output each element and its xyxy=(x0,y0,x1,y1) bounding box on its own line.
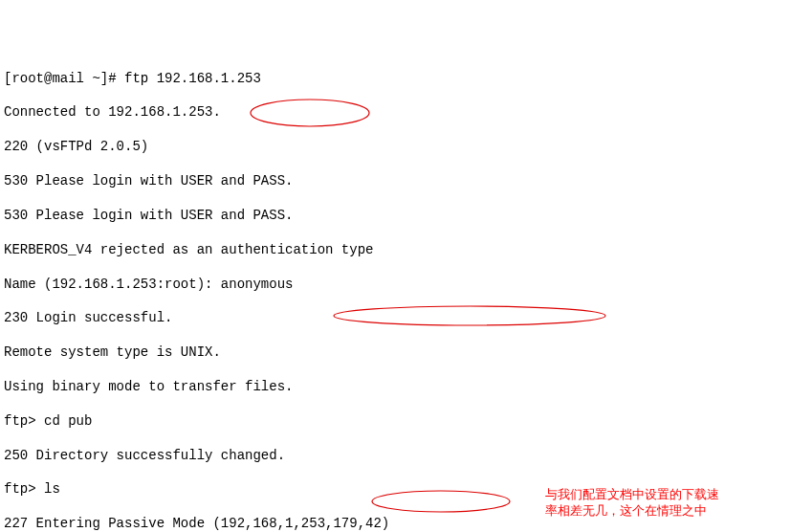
term-line: 230 Login successful. xyxy=(4,310,808,327)
annotation-note-line: 率相差无几，这个在情理之中 xyxy=(545,503,756,520)
term-line: Using binary mode to transfer files. xyxy=(4,379,808,396)
term-line: Remote system type is UNIX. xyxy=(4,344,808,362)
term-line: 530 Please login with USER and PASS. xyxy=(4,208,808,225)
term-line: ftp> cd pub xyxy=(4,413,808,431)
annotation-note: 与我们配置文档中设置的下载速 率相差无几，这个在情理之中 xyxy=(545,487,756,520)
annotation-note-line: 与我们配置文档中设置的下载速 xyxy=(545,487,756,503)
term-line: Connected to 192.168.1.253. xyxy=(4,104,808,122)
term-line: KERBEROS_V4 rejected as an authenticatio… xyxy=(4,242,808,259)
term-line: 530 Please login with USER and PASS. xyxy=(4,173,808,190)
term-line: [root@mail ~]# ftp 192.168.1.253 xyxy=(4,71,808,88)
term-line: 220 (vsFTPd 2.0.5) xyxy=(4,139,808,156)
term-line: 250 Directory successfully changed. xyxy=(4,448,808,465)
term-line: Name (192.168.1.253:root): anonymous xyxy=(4,277,808,294)
